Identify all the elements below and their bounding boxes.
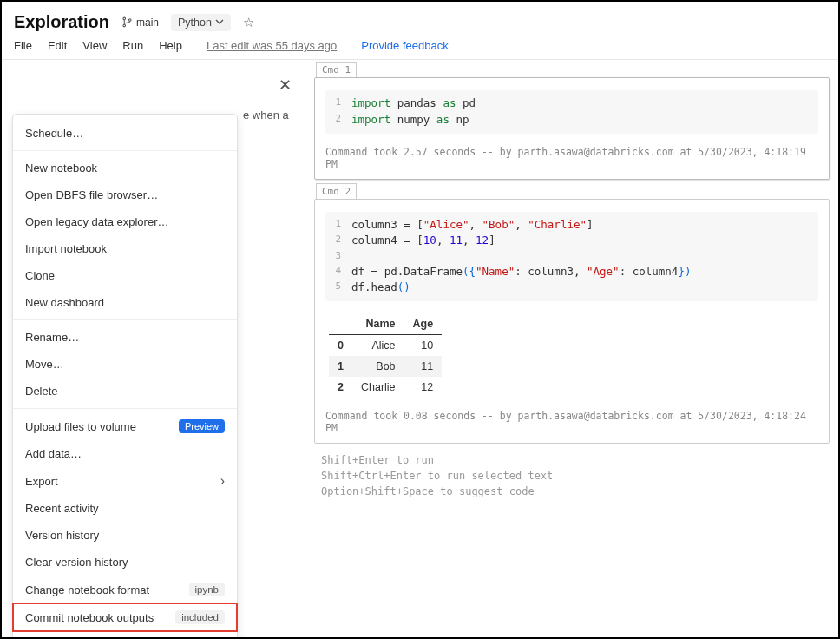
menu-edit[interactable]: Edit bbox=[48, 39, 67, 52]
branch-icon bbox=[121, 16, 133, 28]
file-menu-item-label: Upload files to volume bbox=[25, 420, 136, 433]
notebook-pane: Cmd 11import pandas as pd2import numpy a… bbox=[314, 60, 838, 508]
gutter: 5 bbox=[332, 280, 351, 296]
code-editor[interactable]: 1import pandas as pd2import numpy as np bbox=[325, 90, 818, 134]
file-menu-item[interactable]: Schedule… bbox=[13, 120, 237, 147]
table-row: 0Alice10 bbox=[329, 335, 442, 357]
file-menu-item[interactable]: Upload files to volumePreview bbox=[13, 412, 237, 440]
gutter: 2 bbox=[332, 233, 351, 249]
code-cell[interactable]: 1import pandas as pd2import numpy as npC… bbox=[314, 77, 830, 180]
cell-footer: Command took 0.08 seconds -- by parth.as… bbox=[325, 410, 818, 434]
file-menu-item[interactable]: Change notebook formatipynb bbox=[13, 576, 237, 603]
col-header: Age bbox=[404, 313, 443, 335]
cell-label: Cmd 2 bbox=[316, 183, 357, 199]
chevron-right-icon: › bbox=[220, 474, 225, 488]
file-menu-item[interactable]: Recent activity bbox=[13, 495, 237, 522]
file-menu-item[interactable]: Export› bbox=[13, 467, 237, 495]
language-label: Python bbox=[178, 16, 212, 29]
gutter: 1 bbox=[332, 96, 351, 112]
file-menu-item[interactable]: Open DBFS file browser… bbox=[13, 181, 237, 208]
file-menu-item-label: Import notebook bbox=[25, 242, 107, 255]
menu-separator bbox=[13, 408, 237, 409]
notebook-title[interactable]: Exploration bbox=[14, 12, 109, 32]
branch-chip[interactable]: main bbox=[118, 15, 162, 30]
file-menu-item[interactable]: Move… bbox=[13, 351, 237, 378]
language-dropdown[interactable]: Python bbox=[171, 14, 231, 31]
code-editor[interactable]: 1column3 = ["Alice", "Bob", "Charlie"]2c… bbox=[325, 212, 818, 302]
main-area: e when a ✕ Schedule…New notebookOpen DBF… bbox=[2, 60, 838, 508]
file-menu-item[interactable]: New notebook bbox=[13, 155, 237, 181]
preview-badge: Preview bbox=[179, 419, 225, 433]
code-line: 1column3 = ["Alice", "Bob", "Charlie"] bbox=[332, 217, 811, 234]
file-menu-item-label: Clear version history bbox=[25, 556, 128, 569]
file-menu-item-label: New dashboard bbox=[25, 296, 104, 309]
menu-file[interactable]: File bbox=[14, 39, 32, 52]
file-menu-item-label: Version history bbox=[25, 529, 99, 542]
file-menu-item[interactable]: Import notebook bbox=[13, 235, 237, 262]
value-pill: ipynb bbox=[189, 583, 226, 596]
file-menu-item-label: Clone bbox=[25, 269, 55, 282]
chevron-down-icon bbox=[215, 16, 224, 29]
table-row: 1Bob11 bbox=[329, 356, 442, 377]
file-menu-item-label: Recent activity bbox=[25, 502, 99, 515]
svg-point-0 bbox=[123, 17, 126, 20]
header: Exploration main Python ☆ FileEditViewRu… bbox=[2, 2, 838, 59]
code-line: 1import pandas as pd bbox=[332, 96, 811, 112]
gutter: 1 bbox=[332, 217, 351, 234]
svg-point-1 bbox=[123, 24, 126, 27]
menu-view[interactable]: View bbox=[82, 39, 107, 52]
file-menu-item-label: Open DBFS file browser… bbox=[25, 188, 158, 201]
gutter: 4 bbox=[332, 264, 351, 280]
file-menu-item[interactable]: Clear version history bbox=[13, 549, 237, 576]
file-menu-item-label: Open legacy data explorer… bbox=[25, 215, 168, 228]
file-menu-item[interactable]: Version history bbox=[13, 522, 237, 549]
cell-footer: Command took 2.57 seconds -- by parth.as… bbox=[325, 146, 818, 170]
cell-label: Cmd 1 bbox=[316, 62, 357, 77]
file-menu-item[interactable]: Add data… bbox=[13, 440, 237, 467]
file-menu-item-label: Delete bbox=[25, 385, 58, 398]
branch-name: main bbox=[136, 16, 159, 29]
file-menu-item[interactable]: Open legacy data explorer… bbox=[13, 208, 237, 235]
file-menu-item[interactable]: Rename… bbox=[13, 324, 237, 351]
code-line: 5df.head() bbox=[332, 280, 811, 296]
last-edit-link[interactable]: Last edit was 55 days ago bbox=[207, 39, 337, 52]
menu-run[interactable]: Run bbox=[122, 39, 143, 52]
file-menu-item[interactable]: New dashboard bbox=[13, 289, 237, 316]
value-pill: included bbox=[175, 610, 225, 624]
file-menu-item-label: Add data… bbox=[25, 447, 82, 460]
code-line: 3 bbox=[332, 249, 811, 264]
code-line: 2column4 = [10, 11, 12] bbox=[332, 233, 811, 249]
file-menu-item-label: New notebook bbox=[25, 161, 97, 175]
close-icon[interactable]: ✕ bbox=[279, 76, 292, 95]
file-menu-item-label: Move… bbox=[25, 358, 64, 371]
file-menu-item[interactable]: Clone bbox=[13, 262, 237, 289]
title-row: Exploration main Python ☆ bbox=[14, 12, 826, 32]
provide-feedback-link[interactable]: Provide feedback bbox=[361, 39, 448, 52]
menu-separator bbox=[13, 150, 237, 151]
code-line: 4df = pd.DataFrame({"Name": column3, "Ag… bbox=[332, 264, 811, 280]
gutter: 3 bbox=[332, 249, 351, 264]
menu-help[interactable]: Help bbox=[159, 39, 182, 52]
file-menu-dropdown: Schedule…New notebookOpen DBFS file brow… bbox=[12, 114, 238, 639]
file-menu-item-label: Export bbox=[25, 475, 58, 488]
code-line: 2import numpy as np bbox=[332, 112, 811, 128]
menubar: FileEditViewRunHelpLast edit was 55 days… bbox=[14, 39, 826, 59]
file-menu-item-label: Change notebook format bbox=[25, 583, 149, 596]
favorite-star-icon[interactable]: ☆ bbox=[240, 15, 258, 30]
code-cell[interactable]: 1column3 = ["Alice", "Bob", "Charlie"]2c… bbox=[314, 199, 830, 445]
gutter: 2 bbox=[332, 112, 351, 128]
svg-point-2 bbox=[128, 19, 131, 22]
table-row: 2Charlie12 bbox=[329, 377, 442, 398]
file-menu-item-label: Commit notebook outputs bbox=[25, 611, 154, 624]
menu-separator bbox=[13, 320, 237, 320]
file-menu-item[interactable]: Commit notebook outputsincluded bbox=[13, 603, 237, 631]
keyboard-hints: Shift+Enter to runShift+Ctrl+Enter to ru… bbox=[321, 452, 830, 499]
dataframe-output: NameAge0Alice101Bob112Charlie12 bbox=[329, 313, 442, 398]
file-menu-item[interactable]: Delete bbox=[13, 378, 237, 405]
file-menu-item[interactable]: Change default cell language… bbox=[13, 631, 237, 639]
file-menu-item-label: Schedule… bbox=[25, 127, 83, 140]
col-header: Name bbox=[352, 313, 404, 335]
file-menu-item-label: Rename… bbox=[25, 331, 79, 344]
